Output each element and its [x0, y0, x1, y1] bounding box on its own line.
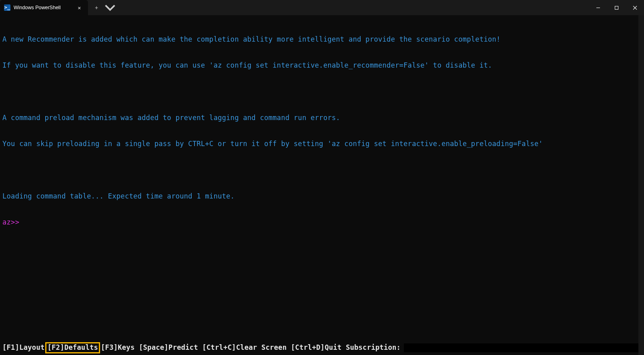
info-line: You can skip preloading in a single pass…: [2, 140, 642, 148]
ctrld-quit[interactable]: [Ctrl+D]Quit: [291, 343, 342, 352]
subscription-value-redacted: [404, 343, 642, 352]
info-line: A new Recommender is added which can mak…: [2, 35, 642, 44]
close-window-button[interactable]: [626, 0, 644, 15]
f2-defaults-highlight[interactable]: [F2]Defaults: [45, 342, 100, 353]
minimize-button[interactable]: [589, 0, 607, 15]
svg-rect-0: [615, 6, 618, 9]
titlebar: >_ Windows PowerShell ✕ +: [0, 0, 644, 15]
subscription-label: Subscription:: [346, 343, 401, 352]
f3-keys[interactable]: [F3]Keys: [101, 343, 134, 352]
new-tab-button[interactable]: +: [90, 0, 103, 15]
tab-powershell[interactable]: >_ Windows PowerShell ✕: [0, 0, 88, 15]
window-controls: [589, 0, 644, 15]
powershell-icon: >_: [4, 4, 10, 11]
prompt[interactable]: az>>: [2, 218, 642, 227]
ctrlc-clear[interactable]: [Ctrl+C]Clear Screen: [202, 343, 287, 352]
space-predict[interactable]: [Space]Predict: [139, 343, 198, 352]
maximize-button[interactable]: [607, 0, 626, 15]
scrollbar[interactable]: [638, 15, 644, 355]
info-line: If you want to disable this feature, you…: [2, 61, 642, 70]
info-line: A command preload mechanism was added to…: [2, 114, 642, 122]
function-key-bar: [F1]Layout [F2]Defaults [F3]Keys [Space]…: [2, 342, 642, 353]
close-tab-icon[interactable]: ✕: [75, 4, 83, 12]
terminal-output[interactable]: A new Recommender is added which can mak…: [0, 15, 644, 355]
tab-dropdown-button[interactable]: [103, 0, 117, 15]
tab-title: Windows PowerShell: [14, 5, 72, 10]
f1-layout[interactable]: [F1]Layout: [2, 343, 44, 352]
loading-line: Loading command table... Expected time a…: [2, 192, 642, 201]
